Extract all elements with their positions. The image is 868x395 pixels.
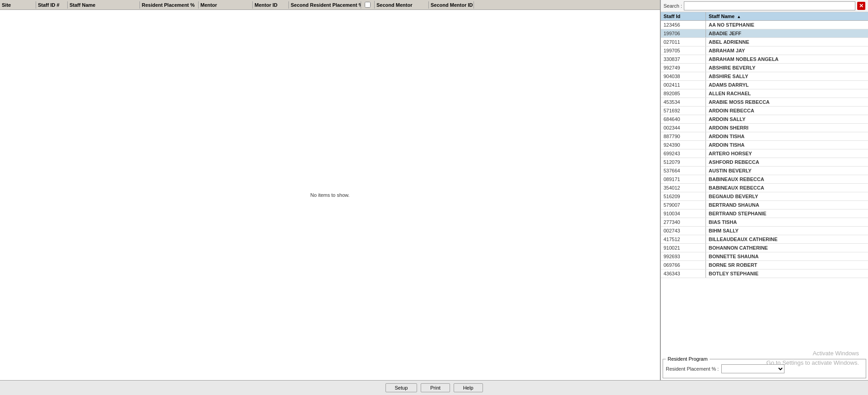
staff-id-cell: 516209 xyxy=(661,192,706,200)
table-row[interactable]: 123456 AA NO STEPHANIE xyxy=(661,21,868,29)
staff-name-cell: ABRAHAM JAY xyxy=(706,46,868,55)
staff-id-cell: 910034 xyxy=(661,209,706,218)
table-row[interactable]: 453534 ARABIE MOSS REBECCA xyxy=(661,98,868,107)
staff-id-cell: 002344 xyxy=(661,124,706,132)
staff-name-cell: ABEL ADRIENNE xyxy=(706,38,868,46)
table-row[interactable]: 892085 ALLEN RACHAEL xyxy=(661,89,868,98)
table-row[interactable]: 354012 BABINEAUX REBECCA xyxy=(661,184,868,192)
placement-row: Resident Placement % : xyxy=(666,364,863,373)
table-row[interactable]: 417512 BILLEAUDEAUX CATHERINE xyxy=(661,235,868,244)
staff-name-cell: BORNE SR ROBERT xyxy=(706,261,868,269)
table-row[interactable]: 027011 ABEL ADRIENNE xyxy=(661,38,868,46)
table-row[interactable]: 684640 ARDOIN SALLY xyxy=(661,115,868,124)
staff-id-cell: 579007 xyxy=(661,201,706,209)
table-row[interactable]: 089171 BABINEAUX REBECCA xyxy=(661,175,868,184)
table-row[interactable]: 579007 BERTRAND SHAUNA xyxy=(661,201,868,209)
staff-id-cell: 699243 xyxy=(661,149,706,158)
table-row[interactable]: 002411 ADAMS DARRYL xyxy=(661,81,868,89)
col-staffid-header: Staff ID # xyxy=(36,1,68,9)
table-row[interactable]: 069766 BORNE SR ROBERT xyxy=(661,261,868,270)
staff-id-cell: 089171 xyxy=(661,175,706,183)
table-row[interactable]: 910021 BOHANNON CATHERINE xyxy=(661,244,868,252)
staff-name-cell: BOHANNON CATHERINE xyxy=(706,244,868,252)
col-second-res-header: Second Resident Placement % xyxy=(289,1,361,9)
staff-id-cell: 199706 xyxy=(661,29,706,37)
staff-name-cell: ADAMS DARRYL xyxy=(706,81,868,89)
staff-id-cell: 436343 xyxy=(661,270,706,278)
col-mentorid-header: Mentor ID xyxy=(253,1,289,9)
table-row[interactable]: 924390 ARDOIN TISHA xyxy=(661,141,868,149)
table-row[interactable]: 992693 BONNETTE SHAUNA xyxy=(661,252,868,261)
staff-name-cell: ARDOIN TISHA xyxy=(706,141,868,149)
staff-table-header: Staff Id Staff Name ▲ xyxy=(661,12,868,21)
setup-button[interactable]: Setup xyxy=(385,383,418,392)
staff-id-cell: 002743 xyxy=(661,227,706,235)
staff-id-cell: 417512 xyxy=(661,235,706,243)
staff-name-cell: ARTERO HORSEY xyxy=(706,149,868,158)
staff-id-cell: 904038 xyxy=(661,72,706,80)
resident-program-legend: Resident Program xyxy=(666,356,710,362)
search-label: Search : xyxy=(664,3,682,9)
col-site-header: Site xyxy=(0,1,36,9)
staff-id-cell: 123456 xyxy=(661,21,706,29)
staff-id-cell: 992693 xyxy=(661,252,706,260)
staff-list-container: Staff Id Staff Name ▲ 123456 AA NO STEPH… xyxy=(661,12,868,354)
staff-name-cell: BILLEAUDEAUX CATHERINE xyxy=(706,235,868,243)
table-row[interactable]: 199706 ABADIE JEFF xyxy=(661,29,868,38)
second-mentor-checkbox[interactable] xyxy=(365,2,371,8)
table-row[interactable]: 537664 AUSTIN BEVERLY xyxy=(661,167,868,175)
right-panel: Search : ✕ Staff Id Staff Name ▲ xyxy=(660,0,868,380)
print-button[interactable]: Print xyxy=(421,383,450,392)
table-row[interactable]: 002743 BIHM SALLY xyxy=(661,227,868,235)
col-staffname-header: Staff Name xyxy=(68,1,140,9)
table-row[interactable]: 512079 ASHFORD REBECCA xyxy=(661,158,868,167)
staff-name-cell: BIHM SALLY xyxy=(706,227,868,235)
table-row[interactable]: 571692 ARDOIN REBECCA xyxy=(661,107,868,115)
staff-table: Staff Id Staff Name ▲ 123456 AA NO STEPH… xyxy=(661,12,868,354)
staff-id-cell: 453534 xyxy=(661,98,706,106)
staff-name-cell: BABINEAUX REBECCA xyxy=(706,184,868,192)
table-row[interactable]: 516209 BEGNAUD BEVERLY xyxy=(661,192,868,201)
table-row[interactable]: 436343 BOTLEY STEPHANIE xyxy=(661,270,868,278)
staff-id-cell: 069766 xyxy=(661,261,706,269)
staff-id-cell: 892085 xyxy=(661,89,706,98)
staff-name-cell: ABSHIRE BEVERLY xyxy=(706,64,868,72)
table-row[interactable]: 910034 BERTRAND STEPHANIE xyxy=(661,209,868,218)
staff-id-cell: 512079 xyxy=(661,158,706,166)
no-items-label: No items to show. xyxy=(311,192,350,198)
staff-name-cell: ARDOIN SALLY xyxy=(706,115,868,123)
table-row[interactable]: 904038 ABSHIRE SALLY xyxy=(661,72,868,81)
table-row[interactable]: 330837 ABRAHAM NOBLES ANGELA xyxy=(661,55,868,64)
staff-id-cell: 887790 xyxy=(661,132,706,140)
staff-id-cell: 924390 xyxy=(661,141,706,149)
table-row[interactable]: 199705 ABRAHAM JAY xyxy=(661,46,868,55)
staff-id-cell: 199705 xyxy=(661,46,706,55)
table-header: Site Staff ID # Staff Name Resident Plac… xyxy=(0,0,660,10)
col-second-mentor-header: Second Mentor xyxy=(375,1,429,9)
table-row[interactable]: 887790 ARDOIN TISHA xyxy=(661,132,868,141)
staff-id-cell: 684640 xyxy=(661,115,706,123)
table-body-empty: No items to show. xyxy=(0,10,660,380)
staff-name-cell: AUSTIN BEVERLY xyxy=(706,167,868,175)
staff-name-cell: ABADIE JEFF xyxy=(706,29,868,37)
table-row[interactable]: 992749 ABSHIRE BEVERLY xyxy=(661,64,868,72)
table-row[interactable]: 002344 ARDOIN SHERRI xyxy=(661,124,868,132)
staff-name-cell: ALLEN RACHAEL xyxy=(706,89,868,98)
staff-col-id-header: Staff Id xyxy=(661,12,706,20)
close-button[interactable]: ✕ xyxy=(857,2,865,10)
staff-name-cell: BERTRAND SHAUNA xyxy=(706,201,868,209)
staff-id-cell: 002411 xyxy=(661,81,706,89)
main-container: Site Staff ID # Staff Name Resident Plac… xyxy=(0,0,868,395)
staff-name-cell: BABINEAUX REBECCA xyxy=(706,175,868,183)
placement-select[interactable] xyxy=(721,364,784,373)
staff-id-cell: 992749 xyxy=(661,64,706,72)
staff-rows: 123456 AA NO STEPHANIE 199706 ABADIE JEF… xyxy=(661,21,868,278)
table-row[interactable]: 277340 BIAS TISHA xyxy=(661,218,868,227)
staff-name-cell: BOTLEY STEPHANIE xyxy=(706,270,868,278)
resident-program-fieldset: Resident Program Resident Placement % : xyxy=(663,356,866,378)
help-button[interactable]: Help xyxy=(454,383,483,392)
search-input[interactable] xyxy=(684,1,855,10)
staff-name-cell: BEGNAUD BEVERLY xyxy=(706,192,868,200)
staff-id-cell: 571692 xyxy=(661,107,706,115)
table-row[interactable]: 699243 ARTERO HORSEY xyxy=(661,149,868,158)
